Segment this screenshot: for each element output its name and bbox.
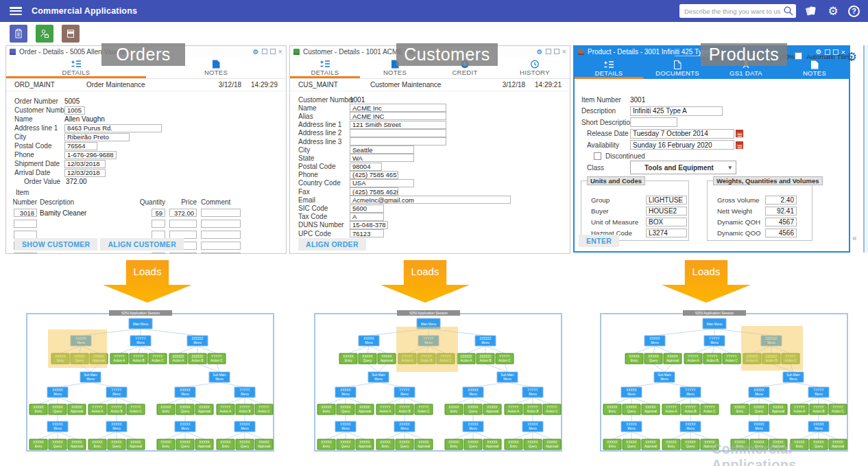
orders-app-icon[interactable] [10,25,27,43]
address-line-3-field[interactable] [350,137,446,145]
discontinued-checkbox[interactable] [594,152,601,160]
enter-button[interactable]: ENTER [579,235,619,247]
tab-details[interactable]: DETAILS [575,57,643,79]
hamburger-menu-icon[interactable] [10,7,22,15]
settings-gear-icon[interactable] [826,4,840,18]
calendar-icon[interactable] [736,130,743,137]
restore-icon[interactable] [546,49,551,54]
loads-arrow-label: Loads [134,266,162,303]
upc-code-field[interactable]: 76123 [350,229,384,237]
search-icon[interactable] [783,5,794,19]
item-price-cell[interactable]: 372.00 [169,209,197,217]
svg-text:XXXXXEntry: XXXXXEntry [343,355,353,362]
postal-code-field[interactable]: 98004 [350,163,382,171]
svg-text:XXXXXMenu: XXXXXMenu [399,423,409,430]
item-comment-cell[interactable] [201,220,241,228]
shipment-date-field[interactable]: 12/03/2018 [64,160,106,168]
orders-overlay-label: Orders [101,43,185,66]
city-field[interactable]: Ribeirão Preto [64,133,130,141]
align-customer-button[interactable]: ALIGN CUSTOMER [100,238,184,251]
search-input[interactable] [679,4,796,18]
show-customer-button[interactable]: SHOW CUSTOMER [14,238,97,251]
item-comment-cell[interactable] [201,209,241,217]
item-comment-cell[interactable] [201,253,241,254]
country-code-field[interactable]: USA [350,179,414,187]
item-price-cell[interactable] [169,220,197,228]
name-field[interactable]: ACME Inc [350,104,446,112]
address-line-1-field[interactable]: 121 Smith Street [350,121,446,129]
item-quantity-cell[interactable] [152,220,165,228]
tiling-settings-gear-icon[interactable] [846,49,857,65]
release-date-field[interactable]: Tuesday 7 October 2014 [630,129,734,139]
availability-field[interactable]: Sunday 16 February 2020 [630,140,734,150]
collapse-panel-icon[interactable]: « [852,233,857,243]
restore-icon[interactable] [262,49,267,54]
help-icon[interactable]: ? [848,5,860,17]
field-value-order-value: 372.00 [66,178,87,185]
item-price-cell[interactable] [169,253,197,254]
window-settings-icon[interactable] [253,48,259,56]
hazmat-code-field[interactable]: L3274 [646,229,687,237]
field-label: Item Number [581,96,630,104]
field-row-city: CitySeattle [298,145,570,154]
products-app-icon[interactable] [62,25,80,43]
form-icon [320,59,330,68]
dynamic-qoo-field[interactable]: 4566 [765,229,797,237]
fax-field[interactable]: (425) 7585 4620 [350,187,398,196]
maximize-icon[interactable] [270,49,276,54]
item-number-cell[interactable] [14,253,37,254]
item-quantity-cell[interactable] [152,253,165,254]
item-comment-cell[interactable] [201,231,241,239]
short-description-field[interactable] [630,117,677,127]
duns-number-field[interactable]: 15-048-378 [350,221,388,229]
close-icon[interactable]: × [278,49,282,54]
gross-volume-field[interactable]: 2.40 [765,196,797,205]
sic-code-field[interactable]: 5600 [350,205,384,213]
tab-details[interactable]: DETAILS [290,57,360,78]
address-line-2-field[interactable] [350,129,446,137]
customers-app-icon[interactable] [36,25,53,43]
window-settings-icon[interactable] [537,48,543,56]
svg-text:XXXXXMenu: XXXXXMenu [626,423,636,430]
svg-text:YYYYYMenu: YYYYYMenu [813,388,823,395]
tax-code-field[interactable]: A [350,213,384,221]
dynamic-qoh-field[interactable]: 4567 [765,218,797,226]
calendar-icon[interactable] [736,141,743,149]
phone-field[interactable]: (425) 7585 4657 [350,171,398,179]
nett-weight-field[interactable]: 92.41 [765,207,797,215]
item-comment-cell[interactable] [201,242,241,250]
session-label: 5250 Application Session [683,310,746,316]
arrival-date-field[interactable]: 12/03/2018 [64,169,106,177]
class-select[interactable]: Tools and Equipment▾ [630,161,736,174]
phone-field[interactable]: 1-676-296-9688 [64,151,117,159]
maximize-icon[interactable] [554,49,559,54]
description-field[interactable]: Infiniti 425 Type A [630,106,723,116]
item-quantity-cell[interactable]: 59 [152,209,165,217]
docked-window-edge[interactable] [863,45,868,253]
city-field[interactable]: Seattle [350,145,414,154]
item-number-cell[interactable] [14,220,37,228]
automatic-tiling-checkbox[interactable] [795,52,802,60]
svg-text:YYYYYAction A: YYYYYAction A [508,406,520,412]
customer-number-field[interactable]: 1005 [64,106,85,115]
tab-label: NOTES [383,69,407,76]
tiles-icon[interactable] [804,4,818,18]
buyer-field[interactable]: HOUSE2 [646,207,687,215]
field-row-name: NameAllen Vaughn [14,115,286,124]
email-field[interactable]: AcmeInc@gmail.com [350,196,511,204]
group-field[interactable]: LIGHTUSE [646,196,687,205]
align-order-button[interactable]: ALIGN ORDER [298,238,366,251]
close-icon[interactable]: × [562,49,566,54]
state-field[interactable]: WA [350,154,414,162]
unit-of-measure-field[interactable]: BOX [646,218,687,226]
alias-field[interactable]: ACME INC [350,112,446,120]
item-number-cell[interactable]: 3018 [14,209,37,217]
field-value-customer-number: 1001 [350,96,365,104]
tab-history[interactable]: HISTORY [500,57,570,78]
postal-code-field[interactable]: 76564 [64,142,97,150]
table-row: 3018Bamity Cleaner59372.00 [6,208,286,219]
svg-text:XXXXXEntry: XXXXXEntry [160,406,171,412]
field-value-order-number: 5005 [64,97,80,105]
address-line-1-field[interactable]: 8463 Purus Rd. [64,124,162,132]
svg-text:YYYYYAction B: YYYYYAction B [684,406,696,412]
